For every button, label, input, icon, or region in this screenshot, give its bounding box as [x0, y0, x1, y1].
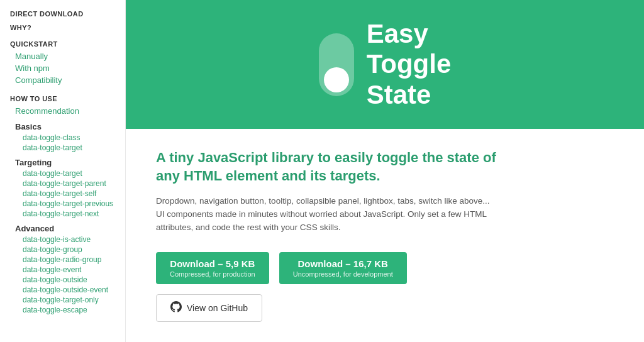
sidebar-item-with-npm[interactable]: With npm	[10, 62, 125, 74]
download-row: Download – 5,9 KB Compressed, for produc…	[156, 252, 614, 284]
sidebar-item-data-toggle-group[interactable]: data-toggle-group	[10, 245, 125, 255]
sidebar-group-targeting: Targeting	[10, 158, 125, 167]
hero-banner: Easy Toggle State	[126, 0, 644, 129]
main-body: A tiny JavaScript library to easily togg…	[126, 129, 644, 342]
sidebar-item-data-toggle-radio-group[interactable]: data-toggle-radio-group	[10, 255, 125, 265]
sidebar-item-data-toggle-is-active[interactable]: data-toggle-is-active	[10, 234, 125, 245]
sidebar-group-advanced: Advanced	[10, 224, 125, 233]
toggle-knob	[324, 67, 349, 92]
github-label: View on GitHub	[187, 303, 248, 313]
sidebar-item-data-toggle-target-basics[interactable]: data-toggle-target	[10, 143, 125, 153]
sidebar-item-data-toggle-escape[interactable]: data-toggle-escape	[10, 305, 125, 315]
sidebar-item-recommendation[interactable]: Recommendation	[10, 105, 125, 117]
sidebar-section-direct-download[interactable]: DIRECT DOWNLOAD	[10, 10, 125, 18]
sidebar-item-data-toggle-target-only[interactable]: data-toggle-target-only	[10, 295, 125, 305]
sidebar-item-data-toggle-class[interactable]: data-toggle-class	[10, 133, 125, 143]
sidebar-item-data-toggle-target-parent[interactable]: data-toggle-target-parent	[10, 179, 125, 189]
main-content: Easy Toggle State A tiny JavaScript libr…	[126, 0, 644, 342]
hero-logo: Easy Toggle State	[319, 19, 452, 110]
sidebar-item-data-toggle-target-previous[interactable]: data-toggle-target-previous	[10, 199, 125, 209]
download-uncompressed-button[interactable]: Download – 16,7 KB Uncompressed, for dev…	[279, 252, 407, 284]
sidebar-section-why[interactable]: WHY?	[10, 24, 125, 31]
tagline: A tiny JavaScript library to easily togg…	[156, 149, 521, 185]
download-compressed-sub: Compressed, for production	[170, 270, 255, 278]
sidebar-item-data-toggle-outside[interactable]: data-toggle-outside	[10, 275, 125, 285]
sidebar-item-data-toggle-target-next[interactable]: data-toggle-target-next	[10, 209, 125, 219]
hero-title: Easy Toggle State	[367, 19, 452, 110]
sidebar-item-manually[interactable]: Manually	[10, 50, 125, 62]
sidebar-item-data-toggle-target-self[interactable]: data-toggle-target-self	[10, 189, 125, 199]
download-compressed-button[interactable]: Download – 5,9 KB Compressed, for produc…	[156, 252, 269, 284]
sidebar-section-quickstart: QUICKSTART	[10, 40, 125, 48]
github-icon	[170, 301, 182, 315]
description-line2: UI components made in minutes without wo…	[156, 209, 486, 232]
description: Dropdown, navigation button, tooltip, co…	[156, 195, 521, 234]
sidebar-section-how-to-use: HOW TO USE	[10, 95, 125, 102]
sidebar-group-basics: Basics	[10, 122, 125, 131]
sidebar-item-data-toggle-target[interactable]: data-toggle-target	[10, 168, 125, 179]
github-button[interactable]: View on GitHub	[156, 294, 262, 322]
sidebar: DIRECT DOWNLOAD WHY? QUICKSTART Manually…	[0, 0, 126, 342]
download-compressed-title: Download – 5,9 KB	[170, 258, 255, 269]
download-uncompressed-sub: Uncompressed, for development	[293, 270, 393, 278]
description-line1: Dropdown, navigation button, tooltip, co…	[156, 196, 490, 206]
sidebar-item-data-toggle-event[interactable]: data-toggle-event	[10, 265, 125, 275]
sidebar-item-data-toggle-outside-event[interactable]: data-toggle-outside-event	[10, 285, 125, 295]
sidebar-item-compatibility[interactable]: Compatibility	[10, 74, 125, 86]
download-uncompressed-title: Download – 16,7 KB	[298, 258, 388, 269]
toggle-icon	[319, 33, 354, 96]
